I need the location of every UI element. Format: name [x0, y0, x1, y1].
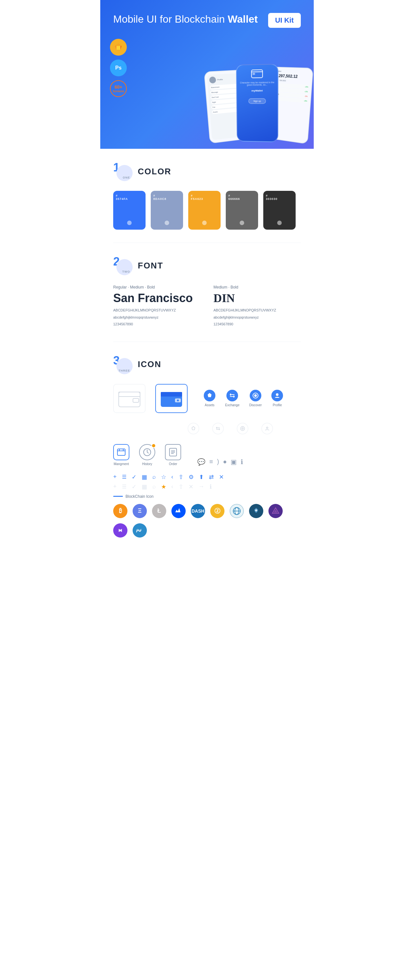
waves-icon — [171, 504, 186, 518]
sketch-badge — [110, 39, 127, 56]
gear-icon[interactable]: ⚙ — [189, 474, 194, 480]
wallet-icons-row: Assets Exchange Discover — [113, 384, 301, 413]
section-number-3: 3 THREE — [113, 355, 132, 374]
management-label: Mangment — [113, 462, 129, 466]
nav-icons-col4: Profile — [271, 390, 283, 407]
order-icon-item: Order — [165, 444, 181, 466]
din-name: DIN — [213, 291, 301, 305]
list-edit-icon[interactable]: ☰ — [122, 474, 126, 480]
nav-icons-col2: Exchange — [225, 390, 239, 407]
dash-icon: DASH — [191, 504, 205, 518]
moon-icon: ) — [217, 458, 219, 465]
wallet-outline-icon — [113, 384, 145, 413]
tool-icons-section: + ☰ ✓ ▦ ⌕ ☆ ‹ ⇧ ⚙ ⬆ ⇄ ✕ + ☰ ✓ ▦ ⌕ ★ ‹ ⇧ … — [113, 474, 301, 490]
order-label: Order — [169, 462, 177, 466]
search-outline-icon: ⌕ — [152, 483, 156, 490]
swap-icon[interactable]: ⇄ — [209, 474, 214, 480]
phone-mockups: Profile Mainstream Message Red Card Nigh… — [207, 65, 310, 142]
list-edit-outline-icon: ☰ — [122, 484, 126, 490]
small-icons-row: 💬 ≡ ) ● ▣ ℹ — [197, 458, 243, 466]
hero-section: Mobile UI for Blockchain Wallet UI Kit P… — [100, 0, 314, 149]
sf-upper: ABCDEFGHIJKLMNOPQRSTUVWXYZ — [113, 308, 201, 313]
discover-icon-item: Discover — [249, 390, 262, 407]
check-outline-icon: ✓ — [132, 483, 137, 490]
qr-icon[interactable]: ▦ — [142, 474, 147, 480]
color-title: COLOR — [138, 167, 171, 177]
color-swatches: #3574FA #8DA0C8 #F5A623 #666666 #303030 — [113, 191, 301, 230]
svg-rect-12 — [161, 392, 182, 396]
arrow2-outline-icon: → — [199, 483, 204, 490]
exchange-outline — [212, 423, 224, 434]
svg-rect-7 — [119, 392, 140, 407]
svg-point-21 — [242, 428, 244, 429]
ui-kit-badge: UI Kit — [268, 13, 301, 28]
swatch-dark: #303030 — [263, 191, 296, 230]
tool-icons-row1: + ☰ ✓ ▦ ⌕ ☆ ‹ ⇧ ⚙ ⬆ ⇄ ✕ — [113, 474, 301, 480]
exchange-icon — [226, 390, 238, 401]
blockchain-text: BlockChain Icon — [126, 494, 154, 499]
screens-badge: 60+ Screens — [110, 80, 127, 97]
svg-point-22 — [266, 427, 268, 428]
font-din: Medium · Bold DIN ABCDEFGHIJKLMNOPQRSTUV… — [213, 285, 301, 329]
star-filled-icon: ★ — [161, 483, 166, 490]
discover-label: Discover — [249, 403, 262, 407]
augur-icon — [269, 504, 283, 518]
search-icon[interactable]: ⌕ — [152, 474, 156, 480]
svg-rect-6 — [253, 73, 255, 75]
close-icon[interactable]: ✕ — [219, 474, 224, 480]
sf-name: San Francisco — [113, 291, 201, 305]
blockchain-label: BlockChain Icon — [113, 494, 301, 499]
assets-outline — [188, 423, 199, 434]
svg-point-18 — [276, 393, 279, 396]
nav-icons-filled: Assets — [204, 390, 215, 407]
exchange-icon-item: Exchange — [225, 390, 239, 407]
arrow-outline-icon: ⇧ — [178, 483, 183, 490]
hero-badges: Ps 60+ Screens — [110, 39, 127, 97]
info-outline-icon: ℹ — [210, 483, 212, 490]
svg-rect-23 — [118, 449, 125, 455]
plus-icon[interactable]: + — [113, 474, 117, 480]
ps-badge: Ps — [110, 59, 127, 76]
svg-marker-4 — [116, 46, 120, 50]
discover-icon — [250, 390, 261, 401]
check-icon[interactable]: ✓ — [132, 474, 137, 480]
icon-title: ICON — [138, 360, 161, 369]
star-icon[interactable]: ☆ — [161, 474, 166, 480]
nav-icons-outline-row — [188, 423, 301, 434]
plus-outline-icon: + — [113, 483, 117, 490]
color-section-header: 1 ONE COLOR — [113, 162, 301, 181]
msg-icon: ▣ — [231, 458, 237, 466]
profile-icon — [271, 390, 283, 401]
font-grid: Regular · Medium · Bold San Francisco AB… — [113, 285, 301, 329]
font-section-header: 2 TWO FONT — [113, 256, 301, 275]
sf-weights: Regular · Medium · Bold — [113, 285, 201, 290]
icon-section: 3 THREE ICON — [100, 342, 314, 550]
svg-marker-19 — [192, 426, 195, 430]
sf-lower: abcdefghijklmnopqrstuvwxyz — [113, 315, 201, 321]
upload-icon[interactable]: ⬆ — [199, 474, 204, 480]
profile-label: Profile — [273, 403, 282, 407]
profile-outline — [261, 423, 273, 434]
order-icon — [165, 444, 181, 460]
section-number-2: 2 TWO — [113, 256, 132, 275]
svg-rect-8 — [119, 392, 140, 396]
din-lower: abcdefghijklmnopqrstuvwxyz — [213, 315, 301, 321]
color-section: 1 ONE COLOR #3574FA #8DA0C8 #F5A623 #666… — [100, 149, 314, 243]
crypto-icons: ₿ Ξ Ł DASH ⓩ — [113, 504, 301, 538]
font-sf: Regular · Medium · Bold San Francisco AB… — [113, 285, 201, 329]
share-icon[interactable]: ⇧ — [178, 474, 183, 480]
chevron-outline-icon: ‹ — [171, 483, 174, 490]
zcash-icon: ⓩ — [210, 504, 225, 518]
management-icon-item: Mangment — [113, 444, 129, 466]
history-badge — [151, 444, 156, 448]
sf-nums: 1234567890 — [113, 321, 201, 327]
swatch-slate: #8DA0C8 — [151, 191, 183, 230]
chevron-left-icon[interactable]: ‹ — [171, 474, 174, 480]
assets-icon — [204, 390, 215, 401]
circle-icon: ● — [223, 458, 227, 465]
ethereum-icon: Ξ — [132, 504, 147, 518]
steem-icon — [249, 504, 263, 518]
history-label: History — [142, 462, 152, 466]
polygon-icon — [113, 523, 127, 538]
waves2-icon — [132, 523, 147, 538]
